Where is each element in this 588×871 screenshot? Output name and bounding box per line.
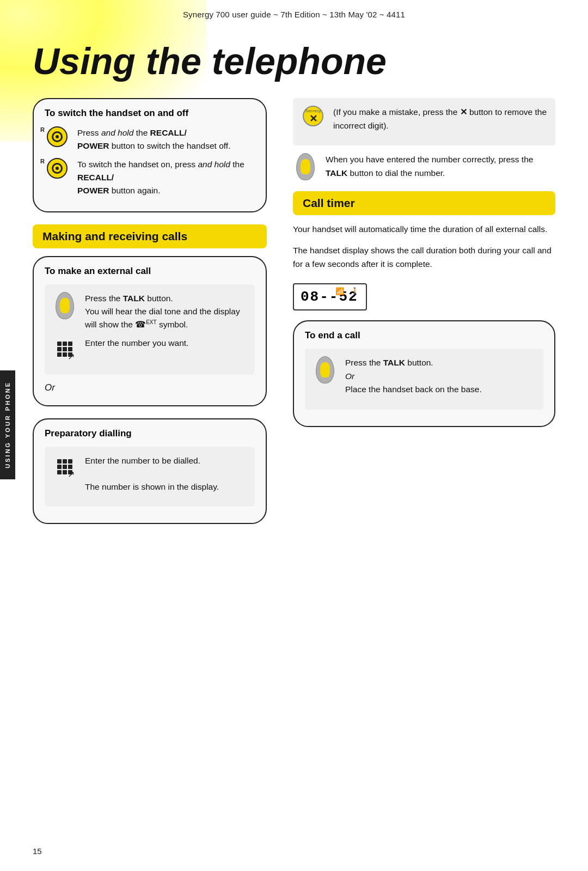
secrecy-x: ✕ <box>309 114 317 124</box>
two-column-layout: To switch the handset on and off R Press… <box>33 98 555 536</box>
signal-icon: 📶 🚶 <box>335 287 360 296</box>
kd <box>63 470 67 474</box>
secrecy-x-icon: Secrecy ✕ <box>303 106 323 126</box>
kd <box>57 352 62 357</box>
left-column: To switch the handset on and off R Press… <box>33 98 267 536</box>
talk-phone-inner-2 <box>301 159 310 174</box>
talk-phone-inner <box>60 298 70 313</box>
recall-power-icon: R <box>47 126 68 147</box>
end-talk-phone-inner <box>320 362 330 377</box>
r-label: R <box>40 126 45 133</box>
kd <box>63 342 67 346</box>
page-number: 15 <box>33 846 42 856</box>
prep-keypad-cell: ↗ <box>52 454 77 479</box>
page-title: Using the telephone <box>33 19 555 98</box>
page-header: Synergy 700 user guide ~ 7th Edition ~ 1… <box>33 0 555 19</box>
prep-keypad-icon: ↗ <box>54 454 76 479</box>
switch-item-1-text: Press and hold the RECALL/POWER button t… <box>77 126 255 153</box>
recall-inner-circle-2 <box>52 163 63 174</box>
dial-number-row: When you have entered the number correct… <box>293 153 555 180</box>
making-calls-header: Making and receiving calls <box>33 224 267 248</box>
enter-number-row: ↗ Enter the number you want. <box>52 337 247 362</box>
end-talk-text: Press the TALK button. Or Place the hand… <box>345 356 536 397</box>
keypad-icon-cell: ↗ <box>52 337 77 362</box>
switch-handset-title: To switch the handset on and off <box>45 108 255 119</box>
dial-number-text: When you have entered the number correct… <box>326 153 555 180</box>
kd <box>63 465 67 469</box>
cursor-arrow: ↗ <box>68 351 75 362</box>
kd <box>63 459 67 464</box>
talk-phone-icon-2 <box>296 153 315 180</box>
recall-dot <box>56 135 59 138</box>
kd <box>68 459 72 464</box>
call-timer-display: 📶 🚶 08--52 <box>293 283 367 310</box>
recall-power-icon-2: R <box>47 158 68 179</box>
r-label-2: R <box>40 158 45 165</box>
mistake-section: Secrecy ✕ (If you make a mistake, press … <box>293 98 555 146</box>
kd <box>57 470 62 474</box>
recall-icon-cell-2: R <box>45 158 70 179</box>
kd <box>68 465 72 469</box>
talk-phone-icon <box>56 292 74 319</box>
end-talk-icon-cell <box>313 356 338 383</box>
recall-dot-2 <box>56 167 59 170</box>
call-timer-text-2: The handset display shows the call durat… <box>293 244 555 271</box>
external-call-info: Press the TALK button. You will hear the… <box>45 284 255 375</box>
recall-icon-cell: R <box>45 126 70 147</box>
switch-handset-section: To switch the handset on and off R Press… <box>33 98 267 212</box>
or-text-1: Or <box>45 382 255 393</box>
kd <box>57 342 62 346</box>
mistake-text: (If you make a mistake, press the ✕ butt… <box>333 106 548 133</box>
right-column: Secrecy ✕ (If you make a mistake, press … <box>293 98 555 439</box>
kd <box>57 347 62 351</box>
keypad-icon: ↗ <box>54 337 76 362</box>
sidebar-text: USING YOUR PHONE <box>4 381 11 468</box>
kd <box>63 352 67 357</box>
enter-number-text: Enter the number you want. <box>85 337 247 350</box>
end-talk-row: Press the TALK button. Or Place the hand… <box>313 356 536 397</box>
secrecy-row: Secrecy ✕ (If you make a mistake, press … <box>301 106 548 133</box>
cursor-arrow-2: ↗ <box>68 469 75 479</box>
header-title: Synergy 700 user guide ~ 7th Edition ~ 1… <box>183 10 405 19</box>
preparatory-info: ↗ Enter the number to be dialled. The nu… <box>45 447 255 507</box>
call-timer-text-1: Your handset will automatically time the… <box>293 223 555 236</box>
talk-button-text: Press the TALK button. You will hear the… <box>85 292 247 331</box>
preparatory-dialling-title: Preparatory dialling <box>45 428 255 439</box>
end-call-section: To end a call Press the TALK button. Or <box>293 320 555 427</box>
switch-item-2-text: To switch the handset on, press and hold… <box>77 158 255 197</box>
secrecy-icon-cell: Secrecy ✕ <box>301 106 326 126</box>
prep-dial-row: ↗ Enter the number to be dialled. The nu… <box>52 454 247 494</box>
switch-item-1: R Press and hold the RECALL/POWER button… <box>45 126 255 153</box>
sidebar-label: USING YOUR PHONE <box>0 370 15 479</box>
kd <box>57 459 62 464</box>
recall-inner-circle <box>52 131 63 142</box>
kd <box>68 347 72 351</box>
end-call-title: To end a call <box>305 330 543 341</box>
preparatory-dialling-section: Preparatory dialling <box>33 418 267 524</box>
call-timer-header: Call timer <box>293 191 555 215</box>
kd <box>68 342 72 346</box>
kd <box>57 465 62 469</box>
prep-dial-text: Enter the number to be dialled. The numb… <box>85 454 247 494</box>
end-call-info: Press the TALK button. Or Place the hand… <box>305 349 543 410</box>
secrecy-label: Secrecy <box>305 108 321 113</box>
talk-button-row: Press the TALK button. You will hear the… <box>52 292 247 331</box>
talk-icon-cell <box>52 292 77 319</box>
switch-item-2: R To switch the handset on, press and ho… <box>45 158 255 197</box>
end-talk-phone-icon <box>316 356 334 383</box>
kd <box>63 347 67 351</box>
external-call-title: To make an external call <box>45 266 255 277</box>
external-call-section: To make an external call Press the TALK … <box>33 256 267 406</box>
talk-icon-cell-2 <box>293 153 318 180</box>
